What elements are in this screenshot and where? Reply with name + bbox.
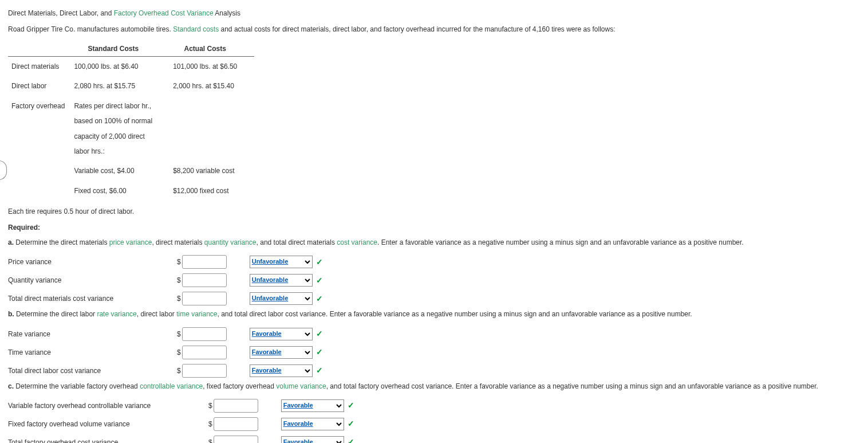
qa-link-price[interactable]: price variance (109, 238, 152, 246)
th-label (8, 41, 70, 57)
cost-row-actual: 2,000 hrs. at $15.40 (169, 76, 254, 96)
cost-row-actual (169, 96, 254, 162)
checkmark-icon: ✓ (316, 293, 323, 305)
question-c: c. Determine the variable factory overhe… (8, 381, 860, 392)
answer-label: Price variance (8, 257, 177, 267)
cost-row-standard: Variable cost, $4.00 (70, 161, 169, 181)
th-actual: Actual Costs (169, 41, 254, 57)
table-row: Fixed cost, $6.00$12,000 fixed cost (8, 181, 254, 201)
qa-t3: , and total direct materials (257, 238, 337, 246)
title-pre: Direct Materials, Direct Labor, and (8, 9, 114, 17)
qa-t4: . Enter a favorable variance as a negati… (377, 238, 744, 246)
answer-label: Quantity variance (8, 275, 177, 285)
answer-row: Total factory overhead cost variance$Fav… (8, 434, 860, 443)
currency-sign: $ (177, 329, 181, 339)
currency-sign: $ (177, 293, 181, 304)
amount-input[interactable] (182, 364, 227, 378)
qa-t2: , direct materials (152, 238, 204, 246)
variance-select[interactable] (250, 292, 313, 305)
variance-select-wrap: Favorable (250, 364, 313, 377)
question-a: a. Determine the direct materials price … (8, 237, 860, 248)
intro-link[interactable]: Standard costs (173, 25, 219, 33)
cost-row-label (8, 181, 70, 201)
currency-sign: $ (177, 257, 181, 267)
answer-label: Total factory overhead cost variance (8, 437, 208, 443)
qb-link-time[interactable]: time variance (176, 310, 217, 318)
amount-input[interactable] (182, 292, 227, 305)
th-standard: Standard Costs (70, 41, 169, 57)
variance-select-wrap: Favorable (250, 328, 313, 340)
variance-select[interactable] (281, 418, 344, 430)
variance-select[interactable] (250, 256, 313, 268)
answer-label: Variable factory overhead controllable v… (8, 401, 208, 411)
costs-table: Standard Costs Actual Costs Direct mater… (8, 41, 254, 201)
cost-row-label: Direct labor (8, 76, 70, 96)
qa-link-cost[interactable]: cost variance (337, 238, 377, 246)
cost-row-actual: $8,200 variable cost (169, 161, 254, 181)
answer-label: Rate variance (8, 329, 177, 339)
variance-select-wrap: Favorable (250, 346, 313, 359)
qb-t2: , direct labor (137, 310, 176, 318)
qc-link-volume[interactable]: volume variance (276, 382, 326, 390)
variance-select[interactable] (250, 364, 313, 377)
cost-row-actual: $12,000 fixed cost (169, 181, 254, 201)
variance-select[interactable] (281, 436, 344, 443)
table-row: Variable cost, $4.00$8,200 variable cost (8, 161, 254, 181)
checkmark-icon: ✓ (316, 346, 323, 358)
answer-row: Total direct materials cost variance$Unf… (8, 291, 860, 307)
variance-select-wrap: Unfavorable (250, 274, 313, 287)
variance-select-wrap: Favorable (281, 418, 344, 430)
answer-label: Time variance (8, 347, 177, 358)
cost-row-label (8, 161, 70, 181)
intro-pre: Road Gripper Tire Co. manufactures autom… (8, 25, 173, 33)
amount-input[interactable] (182, 273, 227, 287)
cost-row-standard: Fixed cost, $6.00 (70, 181, 169, 201)
cost-row-standard: Rates per direct labor hr., based on 100… (70, 96, 169, 162)
checkmark-icon: ✓ (316, 256, 323, 268)
labor-note: Each tire requires 0.5 hour of direct la… (8, 206, 860, 217)
title-link[interactable]: Factory Overhead Cost Variance (114, 9, 214, 17)
amount-input[interactable] (214, 436, 258, 443)
answer-label: Total direct labor cost variance (8, 366, 177, 376)
answer-row: Rate variance$Favorable✓ (8, 326, 860, 342)
variance-select[interactable] (281, 399, 344, 412)
variance-select[interactable] (250, 328, 313, 340)
currency-sign: $ (177, 347, 181, 358)
answer-row: Price variance$Unfavorable✓ (8, 254, 860, 270)
answer-row: Total direct labor cost variance$Favorab… (8, 363, 860, 379)
cost-row-standard: 100,000 lbs. at $6.40 (70, 57, 169, 77)
answer-label: Fixed factory overhead volume variance (8, 419, 208, 429)
amount-input[interactable] (182, 327, 227, 341)
answer-row: Fixed factory overhead volume variance$F… (8, 416, 860, 432)
checkmark-icon: ✓ (348, 418, 354, 430)
intro-post: and actual costs for direct materials, d… (219, 25, 615, 33)
amount-input[interactable] (182, 346, 227, 359)
currency-sign: $ (177, 275, 181, 285)
qb-link-rate[interactable]: rate variance (97, 310, 136, 318)
variance-select-wrap: Unfavorable (250, 292, 313, 305)
currency-sign: $ (208, 401, 212, 411)
variance-select-wrap: Favorable (281, 399, 344, 412)
intro-paragraph: Road Gripper Tire Co. manufactures autom… (8, 24, 860, 34)
qc-t1: Determine the variable factory overhead (14, 382, 140, 390)
checkmark-icon: ✓ (348, 399, 354, 411)
cost-row-actual: 101,000 lbs. at $6.50 (169, 57, 254, 77)
variance-select[interactable] (250, 346, 313, 359)
question-b: b. Determine the direct labor rate varia… (8, 309, 860, 320)
qa-link-quantity[interactable]: quantity variance (204, 238, 257, 246)
qa-t1: Determine the direct materials (14, 238, 109, 246)
amount-input[interactable] (214, 417, 258, 431)
variance-select[interactable] (250, 274, 313, 287)
answer-row: Quantity variance$Unfavorable✓ (8, 272, 860, 288)
qc-link-controllable[interactable]: controllable variance (140, 382, 203, 390)
amount-input[interactable] (214, 399, 258, 413)
variance-select-wrap: Unfavorable (250, 256, 313, 268)
amount-input[interactable] (182, 255, 227, 269)
cost-row-label: Factory overhead (8, 96, 70, 162)
qc-t3: , and total factory overhead cost varian… (326, 382, 818, 390)
q-letter: b. (8, 310, 14, 318)
answer-label: Total direct materials cost variance (8, 293, 177, 304)
qb-t3: , and total direct labor cost variance. … (218, 310, 692, 318)
checkmark-icon: ✓ (348, 436, 354, 443)
page-title: Direct Materials, Direct Labor, and Fact… (8, 8, 860, 18)
